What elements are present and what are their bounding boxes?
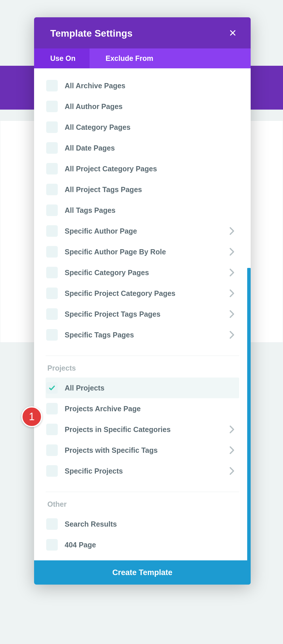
create-template-button[interactable]: Create Template xyxy=(34,560,251,585)
annotation-badge-1: 1 xyxy=(21,406,42,427)
scrollbar[interactable] xyxy=(247,268,251,585)
checkbox[interactable] xyxy=(46,80,58,91)
option-search-results[interactable]: Search Results xyxy=(46,514,239,534)
option-specific-project-tags-pages[interactable]: Specific Project Tags Pages xyxy=(46,304,239,324)
option-label: All Tags Pages xyxy=(65,206,236,215)
chevron-right-icon xyxy=(228,227,236,235)
group-archive: All Archive Pages All Author Pages All C… xyxy=(46,75,239,356)
option-label: Specific Project Category Pages xyxy=(65,289,228,298)
options-scroll-area[interactable]: All Archive Pages All Author Pages All C… xyxy=(34,68,251,585)
checkbox[interactable] xyxy=(46,382,58,394)
option-all-author-pages[interactable]: All Author Pages xyxy=(46,96,239,117)
option-label: Specific Project Tags Pages xyxy=(65,310,228,318)
tab-bar: Use On Exclude From xyxy=(34,48,251,68)
chevron-right-icon xyxy=(228,289,236,298)
template-settings-modal: Template Settings Use On Exclude From Al… xyxy=(34,17,251,585)
chevron-right-icon xyxy=(228,268,236,277)
chevron-right-icon xyxy=(228,247,236,256)
checkbox[interactable] xyxy=(46,288,58,299)
checkbox[interactable] xyxy=(46,204,58,216)
option-label: Projects in Specific Categories xyxy=(65,425,228,434)
option-label: All Project Tags Pages xyxy=(65,185,236,194)
option-all-archive-pages[interactable]: All Archive Pages xyxy=(46,75,239,96)
option-label: Specific Author Page xyxy=(65,227,228,235)
chevron-right-icon xyxy=(228,310,236,318)
group-title-projects: Projects xyxy=(47,364,239,372)
option-label: All Projects xyxy=(65,384,236,392)
checkbox[interactable] xyxy=(46,246,58,258)
options-content: All Archive Pages All Author Pages All C… xyxy=(34,68,251,566)
option-all-tags-pages[interactable]: All Tags Pages xyxy=(46,200,239,221)
checkbox[interactable] xyxy=(46,101,58,112)
option-specific-projects[interactable]: Specific Projects xyxy=(46,461,239,481)
checkbox[interactable] xyxy=(46,142,58,154)
checkbox[interactable] xyxy=(46,184,58,195)
option-projects-archive-page[interactable]: Projects Archive Page xyxy=(46,398,239,419)
chevron-right-icon xyxy=(228,467,236,475)
option-all-project-category-pages[interactable]: All Project Category Pages xyxy=(46,158,239,179)
option-404-page[interactable]: 404 Page xyxy=(46,534,239,555)
option-label: All Archive Pages xyxy=(65,82,236,90)
option-all-category-pages[interactable]: All Category Pages xyxy=(46,117,239,138)
option-projects-in-specific-categories[interactable]: Projects in Specific Categories xyxy=(46,419,239,440)
chevron-right-icon xyxy=(228,425,236,434)
option-label: Specific Projects xyxy=(65,467,228,475)
checkbox[interactable] xyxy=(46,163,58,174)
checkbox[interactable] xyxy=(46,424,58,435)
checkbox[interactable] xyxy=(46,403,58,414)
close-button[interactable] xyxy=(226,27,239,40)
modal-title: Template Settings xyxy=(50,28,133,39)
option-label: All Date Pages xyxy=(65,144,236,152)
option-label: Specific Tags Pages xyxy=(65,331,228,339)
option-specific-category-pages[interactable]: Specific Category Pages xyxy=(46,262,239,283)
checkbox[interactable] xyxy=(46,518,58,530)
option-label: Specific Category Pages xyxy=(65,269,228,277)
option-all-project-tags-pages[interactable]: All Project Tags Pages xyxy=(46,179,239,200)
close-icon xyxy=(229,29,237,38)
checkbox[interactable] xyxy=(46,444,58,456)
group-title-other: Other xyxy=(47,500,239,508)
option-label: All Project Category Pages xyxy=(65,165,236,173)
checkbox[interactable] xyxy=(46,465,58,477)
option-label: All Category Pages xyxy=(65,123,236,132)
option-specific-author-page[interactable]: Specific Author Page xyxy=(46,221,239,241)
checkbox[interactable] xyxy=(46,121,58,133)
checkbox[interactable] xyxy=(46,308,58,320)
checkbox[interactable] xyxy=(46,267,58,278)
option-specific-project-category-pages[interactable]: Specific Project Category Pages xyxy=(46,283,239,304)
group-other: Other Search Results 404 Page xyxy=(46,500,239,566)
option-label: Projects with Specific Tags xyxy=(65,446,228,455)
option-label: Specific Author Page By Role xyxy=(65,248,228,256)
option-all-projects[interactable]: All Projects xyxy=(46,378,239,398)
option-label: Projects Archive Page xyxy=(65,405,236,413)
checkbox[interactable] xyxy=(46,225,58,237)
group-projects: Projects All Projects Projects Archive P… xyxy=(46,364,239,492)
tab-use-on[interactable]: Use On xyxy=(34,48,90,68)
tab-exclude-from[interactable]: Exclude From xyxy=(90,48,170,68)
checkbox[interactable] xyxy=(46,329,58,341)
option-label: 404 Page xyxy=(65,541,236,549)
option-all-date-pages[interactable]: All Date Pages xyxy=(46,138,239,158)
option-label: Search Results xyxy=(65,520,236,528)
chevron-right-icon xyxy=(228,446,236,455)
checkbox[interactable] xyxy=(46,539,58,551)
modal-header: Template Settings xyxy=(34,17,251,48)
option-projects-with-specific-tags[interactable]: Projects with Specific Tags xyxy=(46,440,239,461)
option-specific-tags-pages[interactable]: Specific Tags Pages xyxy=(46,324,239,345)
option-specific-author-page-by-role[interactable]: Specific Author Page By Role xyxy=(46,241,239,262)
chevron-right-icon xyxy=(228,331,236,339)
option-label: All Author Pages xyxy=(65,102,236,111)
